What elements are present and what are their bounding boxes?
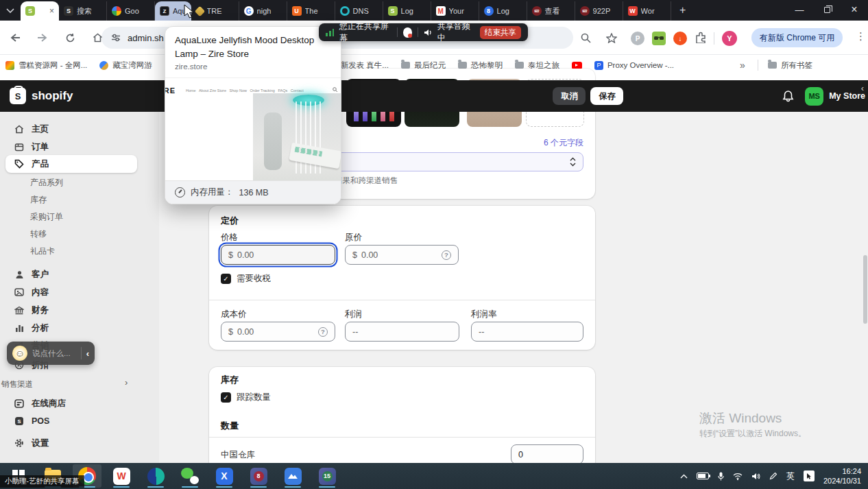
volume-icon[interactable]: [751, 473, 760, 480]
browser-tab[interactable]: 922 922P: [575, 1, 623, 21]
cancel-button[interactable]: 取消: [553, 87, 586, 105]
tab-label: Log: [401, 7, 426, 15]
bookmarks-overflow-button[interactable]: »: [740, 60, 745, 71]
browser-tab[interactable]: Goo: [107, 1, 155, 21]
reload-button[interactable]: [60, 28, 80, 47]
sidebar-item-analytics[interactable]: 分析: [5, 319, 137, 337]
teal-app-button[interactable]: [141, 464, 170, 488]
bookmark-star-button[interactable]: [602, 28, 621, 47]
bookmark-item[interactable]: 雪糕资源网 - 全网...: [5, 60, 87, 71]
teal-app-icon: [147, 468, 165, 485]
browser-tab[interactable]: S Log: [383, 1, 431, 21]
window-minimize-button[interactable]: —: [786, 0, 813, 19]
tab-search-button[interactable]: [0, 0, 21, 21]
browser-tab[interactable]: U The: [287, 1, 335, 21]
microphone-icon[interactable]: [718, 472, 724, 481]
help-icon[interactable]: ?: [318, 327, 328, 337]
checkbox-checked-icon[interactable]: ✓: [221, 274, 231, 284]
profile-avatar[interactable]: Y: [722, 31, 737, 46]
quantity-input[interactable]: 0: [511, 444, 583, 464]
bookmark-youtube[interactable]: [572, 62, 582, 69]
window-restore-button[interactable]: [813, 0, 841, 19]
metafields-link[interactable]: 6 个元字段: [544, 137, 583, 149]
notification-bell-icon[interactable]: [782, 90, 794, 102]
sidebar-item-content[interactable]: 内容: [5, 283, 137, 301]
back-button[interactable]: [5, 28, 25, 47]
price-input[interactable]: $ 0.00: [221, 245, 335, 265]
sidebar-item-inventory[interactable]: 库存: [30, 194, 47, 206]
extension-translator-icon[interactable]: P: [631, 32, 644, 45]
extension-downloader-icon[interactable]: ↓: [673, 32, 687, 45]
bookmark-item[interactable]: P Proxy Overview -...: [594, 61, 674, 70]
meeting-app-button[interactable]: 8: [244, 464, 273, 488]
stop-sharing-button[interactable]: 结束共享: [480, 26, 521, 39]
browser-tab[interactable]: 922 查看: [527, 1, 575, 21]
chrome-update-chip[interactable]: 有新版 Chrome 可用: [751, 28, 843, 47]
collapse-chevron-icon[interactable]: ‹: [861, 83, 864, 93]
wps-button[interactable]: W: [107, 464, 136, 488]
sidebar-item-online-store[interactable]: 在线商店: [5, 394, 137, 412]
widget-collapse-icon[interactable]: ‹: [86, 348, 89, 359]
sidebar-item-collections[interactable]: 产品系列: [30, 177, 63, 189]
help-icon[interactable]: ?: [442, 250, 451, 260]
sidebar-item-customers[interactable]: 客户: [5, 265, 137, 283]
sidebar-item-orders[interactable]: 订单: [5, 138, 137, 156]
compare-price-input[interactable]: $ 0.00 ?: [345, 245, 459, 265]
browser-tab[interactable]: G nigh: [239, 1, 287, 21]
tab-close-icon[interactable]: ×: [49, 6, 54, 16]
browser-menu-icon[interactable]: ⋮: [856, 30, 866, 43]
browser-tab[interactable]: W Wor: [623, 1, 671, 21]
charge-tax-checkbox-row[interactable]: ✓ 需要收税: [221, 273, 271, 285]
margin-input[interactable]: --: [471, 322, 583, 342]
window-close-button[interactable]: ×: [841, 0, 868, 19]
track-quantity-checkbox-row[interactable]: ✓ 跟踪数量: [221, 392, 271, 403]
sidebar-item-pos[interactable]: S POS: [5, 412, 137, 430]
browser-tab[interactable]: DNS: [335, 1, 383, 21]
chat-input-placeholder[interactable]: 说点什么...: [32, 348, 76, 359]
wifi-icon[interactable]: [733, 473, 743, 480]
sales-channels-heading[interactable]: 销售渠道: [1, 379, 33, 390]
wechat-button[interactable]: [176, 464, 204, 488]
scrollbar-thumb[interactable]: [863, 255, 867, 324]
profit-label: 利润: [345, 309, 362, 320]
battery-icon[interactable]: [697, 473, 709, 479]
input-language-indicator[interactable]: 英: [786, 470, 795, 482]
sidebar-item-finance[interactable]: 财务: [5, 301, 137, 319]
forward-button[interactable]: [33, 28, 52, 47]
checkbox-checked-icon[interactable]: ✓: [221, 392, 231, 403]
profit-input[interactable]: --: [345, 322, 459, 342]
calendar-app-button[interactable]: 15: [313, 464, 341, 488]
store-menu[interactable]: MS My Store: [805, 87, 865, 106]
browser-tab[interactable]: TRE: [191, 1, 239, 21]
sidebar-item-products[interactable]: 产品: [5, 155, 137, 173]
sidebar-item-settings[interactable]: 设置: [5, 434, 137, 452]
sidebar-item-gift-cards[interactable]: 礼品卡: [30, 246, 55, 257]
browser-tab[interactable]: M Your: [431, 1, 479, 21]
screenshare-chat-widget[interactable]: ☺ 说点什么... ‹: [7, 342, 95, 365]
save-button[interactable]: 保存: [590, 87, 623, 105]
sidebar-item-transfers[interactable]: 转移: [30, 228, 47, 240]
extension-adblock-icon[interactable]: [652, 32, 666, 45]
touch-keyboard-icon[interactable]: [804, 470, 815, 481]
browser-tab[interactable]: S 搜索: [59, 1, 107, 21]
extensions-puzzle-button[interactable]: [695, 32, 706, 46]
bookmark-item[interactable]: 藏宝湾网游: [99, 60, 152, 71]
sidebar-item-purchase-orders[interactable]: 采购订单: [30, 211, 63, 223]
new-tab-button[interactable]: +: [674, 1, 692, 19]
site-settings-icon: [111, 34, 121, 42]
browser-tab[interactable]: 8 Log: [479, 1, 527, 21]
mountain-app-button[interactable]: [278, 464, 307, 488]
taskbar-clock[interactable]: 16:24 2024/10/31: [823, 466, 861, 486]
zoom-button[interactable]: [576, 28, 595, 47]
tray-expand-icon[interactable]: [680, 474, 688, 479]
shopify-logo[interactable]: S shopify: [10, 88, 73, 104]
all-bookmarks-folder[interactable]: 所有书签: [768, 60, 812, 71]
pen-icon[interactable]: [769, 472, 777, 480]
browser-tab-active[interactable]: S ×: [21, 1, 59, 21]
x-app-button[interactable]: X: [210, 464, 239, 488]
sidebar-item-home[interactable]: 主页: [5, 120, 137, 138]
url-text: admin.sh: [128, 33, 164, 43]
sales-channels-chevron-icon[interactable]: ›: [125, 377, 128, 387]
cost-input[interactable]: $ 0.00 ?: [221, 322, 335, 342]
home-button[interactable]: [88, 28, 107, 47]
